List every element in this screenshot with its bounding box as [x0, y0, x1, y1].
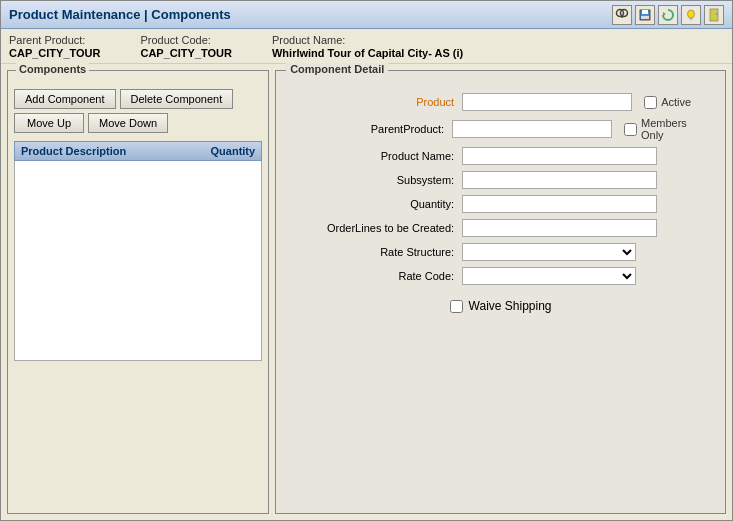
rate-structure-select[interactable] — [462, 243, 636, 261]
waive-shipping-checkbox[interactable] — [450, 300, 463, 313]
quantity-row: Quantity: — [294, 195, 707, 213]
product-name-detail-label: Product Name: — [294, 150, 454, 162]
info-bar: Parent Product: CAP_CITY_TOUR Product Co… — [1, 29, 732, 64]
quantity-input[interactable] — [462, 195, 657, 213]
svg-point-7 — [688, 10, 695, 18]
refresh-icon-btn[interactable] — [658, 5, 678, 25]
svg-rect-8 — [690, 18, 693, 20]
parent-product-row: ParentProduct: Members Only — [294, 117, 707, 141]
members-only-label: Members Only — [641, 117, 707, 141]
svg-rect-4 — [642, 10, 648, 14]
components-section-title: Components — [16, 63, 89, 75]
orderlines-label: OrderLines to be Created: — [294, 222, 454, 234]
product-code-field: Product Code: CAP_CITY_TOUR — [140, 33, 231, 59]
component-detail-panel: Component Detail Product Active ParentPr — [275, 70, 726, 514]
subsystem-row: Subsystem: — [294, 171, 707, 189]
refresh-icon — [661, 8, 675, 22]
members-only-checkbox-group: Members Only — [624, 117, 707, 141]
table-body[interactable] — [14, 161, 262, 361]
orderlines-input[interactable] — [462, 219, 657, 237]
save-icon — [638, 8, 652, 22]
left-section: Add Component Delete Component Move Up M… — [14, 85, 262, 361]
product-code-label: Product Code: — [140, 34, 210, 46]
waive-shipping-row: Waive Shipping — [294, 299, 707, 313]
door-icon — [707, 8, 721, 22]
col-product-description: Product Description — [21, 145, 126, 157]
title-bar: Product Maintenance | Components — [1, 1, 732, 29]
product-input[interactable] — [462, 93, 632, 111]
active-label: Active — [661, 96, 691, 108]
components-panel: Components Add Component Delete Componen… — [7, 70, 269, 514]
product-name-value: Whirlwind Tour of Capital City- AS (i) — [272, 47, 463, 59]
add-component-button[interactable]: Add Component — [14, 89, 116, 109]
rate-code-row: Rate Code: — [294, 267, 707, 285]
parent-product-field: Parent Product: CAP_CITY_TOUR — [9, 33, 100, 59]
binoculars-icon — [615, 8, 629, 22]
toolbar-icons — [612, 5, 724, 25]
subsystem-label: Subsystem: — [294, 174, 454, 186]
delete-component-button[interactable]: Delete Component — [120, 89, 234, 109]
quantity-label: Quantity: — [294, 198, 454, 210]
parent-product-value: CAP_CITY_TOUR — [9, 47, 100, 59]
orderlines-row: OrderLines to be Created: — [294, 219, 707, 237]
rate-code-label: Rate Code: — [294, 270, 454, 282]
parent-product-label: Parent Product: — [9, 34, 85, 46]
rate-code-select[interactable] — [462, 267, 636, 285]
detail-form-body: Product Active ParentProduct: — [282, 85, 719, 321]
lightbulb-icon — [684, 8, 698, 22]
close-icon-btn[interactable] — [704, 5, 724, 25]
table-header: Product Description Quantity — [14, 141, 262, 161]
search-icon-btn[interactable] — [612, 5, 632, 25]
subsystem-input[interactable] — [462, 171, 657, 189]
product-name-row: Product Name: — [294, 147, 707, 165]
active-checkbox-group: Active — [644, 96, 691, 109]
rate-structure-label: Rate Structure: — [294, 246, 454, 258]
button-row-1: Add Component Delete Component — [14, 89, 262, 109]
help-icon-btn[interactable] — [681, 5, 701, 25]
move-up-button[interactable]: Move Up — [14, 113, 84, 133]
active-checkbox-item: Active — [644, 96, 691, 109]
svg-rect-5 — [641, 16, 649, 19]
col-quantity: Quantity — [211, 145, 256, 157]
svg-marker-6 — [663, 12, 666, 16]
waive-shipping-label: Waive Shipping — [469, 299, 552, 313]
page-title: Product Maintenance | Components — [9, 7, 231, 22]
move-down-button[interactable]: Move Down — [88, 113, 168, 133]
product-field-label: Product — [294, 96, 454, 108]
component-detail-title: Component Detail — [286, 63, 388, 75]
members-only-checkbox[interactable] — [624, 123, 637, 136]
product-row: Product Active — [294, 93, 707, 111]
members-only-checkbox-item: Members Only — [624, 117, 707, 141]
save-icon-btn[interactable] — [635, 5, 655, 25]
active-checkbox[interactable] — [644, 96, 657, 109]
product-name-label: Product Name: — [272, 34, 345, 46]
button-row-2: Move Up Move Down — [14, 113, 262, 133]
parent-product-detail-input[interactable] — [452, 120, 612, 138]
parent-product-detail-label: ParentProduct: — [294, 123, 444, 135]
product-name-detail-input[interactable] — [462, 147, 657, 165]
svg-rect-10 — [716, 13, 717, 15]
product-code-value: CAP_CITY_TOUR — [140, 47, 231, 59]
product-name-field: Product Name: Whirlwind Tour of Capital … — [272, 33, 463, 59]
rate-structure-row: Rate Structure: — [294, 243, 707, 261]
